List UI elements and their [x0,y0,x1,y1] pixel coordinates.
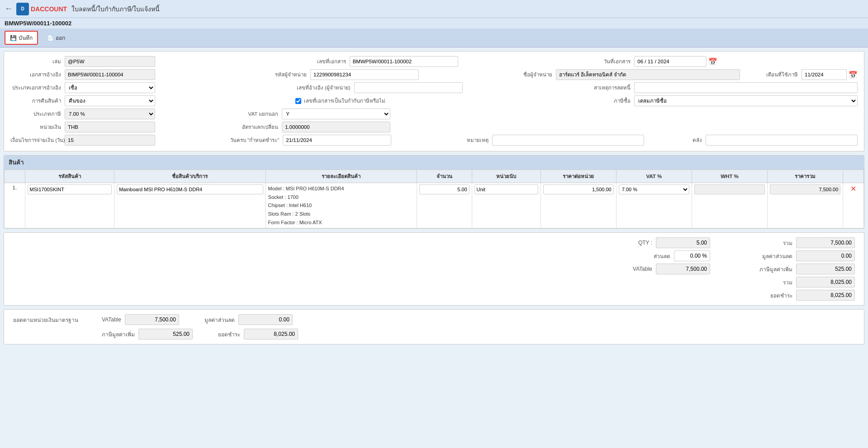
col-action [843,170,864,183]
ref-doc-label: เอกสารอ้างอิง [10,71,65,79]
remark-label: หมายเหตุ [438,136,492,144]
tax-type-label: ภาษีซื้อ [580,97,634,105]
returns-select[interactable]: คืนของ [65,95,155,106]
discount-reason-input[interactable] [634,82,858,93]
detail-text: Model : MSI PRO H610M-S DDR4 Socket : 17… [268,184,414,226]
vat-separate-select[interactable]: Y [282,108,390,119]
supplier-code-input[interactable] [310,69,419,80]
page-title: ใบลดหนี้/ใบกำกับภาษี/ใบแจ้งหนี้ [71,4,160,14]
summary-rows: QTY : ส่วนลด VATable รวม มูลค่าส่วนลด [13,237,855,301]
supplier-name-input[interactable] [556,69,740,80]
doc-date-label: วันที่เอกสาร [580,57,634,66]
row-detail: Model : MSI PRO H610M-S DDR4 Socket : 17… [266,183,417,228]
doc-id-label: BMWP5W/00011-100002 [5,20,71,27]
currency-label: หน่วยเงิน [10,123,65,131]
subtotal-value[interactable] [796,277,855,288]
qty-label: QTY : [625,240,652,246]
returns-label: การคืนสินค้า [10,97,65,105]
exit-button[interactable]: 📄 ออก [43,32,70,44]
row-delete: ✕ [843,183,864,228]
is-tax-doc-checkbox[interactable] [295,98,301,104]
save-button[interactable]: 💾 บันทึก [5,31,38,45]
doc-number-input[interactable] [350,56,458,67]
currency-input[interactable] [65,122,155,132]
summary-card: QTY : ส่วนลด VATable รวม มูลค่าส่วนลด [4,232,864,306]
ref-type-select[interactable]: เซื้อ [65,82,155,93]
bottom-payable-value[interactable] [244,329,298,340]
discount-value[interactable] [796,250,855,261]
book-input[interactable] [65,56,155,67]
bottom-vat-label: ภาษีมูลค่าเพิ่ม [102,330,135,339]
col-price: ราคาต่อหน่วย [541,170,616,183]
save-icon: 💾 [10,35,17,41]
exit-label: ออก [56,33,65,42]
ref-number-input[interactable] [354,82,463,93]
col-vat: VAT % [616,170,692,183]
back-button[interactable]: ← [5,4,13,14]
due-date-input[interactable] [283,135,391,146]
unit-input[interactable] [474,184,538,194]
row-price [541,183,616,228]
remark-input[interactable] [492,135,644,146]
tax-month-input[interactable] [802,69,847,80]
bottom-discount-value[interactable] [238,314,293,325]
total-value[interactable] [796,237,855,248]
code-input[interactable] [28,184,112,194]
vatable-value-left[interactable] [656,264,710,274]
bottom-vatable-value[interactable] [125,314,179,325]
qty-value[interactable] [656,237,710,248]
table-row: 1. Model : MSI PRO H610M-S DDR4 Socket :… [5,183,864,228]
price-input[interactable] [543,184,614,194]
col-unit: หน่วยนับ [472,170,541,183]
col-detail: รายละเอียดสินค้า [266,170,417,183]
vat-rate-select[interactable]: 7.00 % [65,108,155,119]
app-logo: D DACCOUNT [16,3,67,15]
name-input[interactable] [117,184,263,194]
save-label: บันทึก [19,33,33,42]
warehouse-input[interactable] [706,135,858,146]
subtotal-row: รวม [719,277,855,288]
items-section-header: สินค้า [4,156,864,170]
vat-value[interactable] [796,264,855,274]
exit-icon: 📄 [47,35,54,41]
discount-value-label: มูลค่าส่วนลด [752,252,792,260]
total-row: รวม [719,237,855,248]
ref-number-label: เลขที่อ้างอิง (ผู้จำหน่าย) [295,84,354,92]
payable-row: ยอดชำระ [719,290,855,301]
col-total: ราคารวม [768,170,843,183]
doc-date-input[interactable] [634,56,707,67]
vatable-left-row: VATable [574,264,710,274]
payable-value[interactable] [796,290,855,301]
supplier-code-label: รหัสผู้จำหน่าย [256,71,310,79]
calendar-icon[interactable]: 📅 [708,57,717,66]
discount-pct-input[interactable] [674,250,710,261]
vat-rate-label: ประเภทภาษี [10,110,65,118]
qty-input[interactable] [419,184,470,194]
discount-reason-label: สาเหตุการลดหนี้ [580,84,634,92]
items-section: สินค้า รหัสสินค้า ชื่อสินค้า/บริการ รายล… [4,155,864,229]
row-unit [472,183,541,228]
subtotal-label: รวม [752,278,792,287]
app-header: ← D DACCOUNT ใบลดหนี้/ใบกำกับภาษี/ใบแจ้ง… [0,0,868,18]
total-input[interactable] [770,184,840,194]
col-name: ชื่อสินค้า/บริการ [114,170,266,183]
ref-doc-input[interactable] [65,69,155,80]
tax-type-select[interactable]: เดลมภาษีซื้อ [634,95,858,106]
discount-row: ส่วนลด [574,250,710,261]
brand-name: DACCOUNT [31,5,67,13]
row-no: 1. [5,183,25,228]
due-date-label: วันครบ "กำหนดชำระ" [224,136,283,144]
vat-select[interactable]: 7.00 % [619,184,689,194]
wht-input[interactable] [694,184,765,194]
discount-val-row: มูลค่าส่วนลด [719,250,855,261]
payment-days-input[interactable] [65,135,155,146]
bottom-vat-value[interactable] [138,329,193,340]
delete-button[interactable]: ✕ [850,184,856,193]
payment-days-label: เงื่อนไขการจ่ายเงิน (วัน) [10,136,65,144]
summary-left: QTY : ส่วนลด VATable [574,237,710,301]
tax-month-calendar-icon[interactable]: 📅 [849,71,858,79]
col-qty: จำนวน [417,170,472,183]
exchange-rate-input[interactable] [282,122,390,132]
ref-type-label: ประเภทเอกสารอ้างอิง [10,84,65,92]
summary-right: รวม มูลค่าส่วนลด ภาษีมูลค่าเพิ่ม รวม ยอด… [719,237,855,301]
